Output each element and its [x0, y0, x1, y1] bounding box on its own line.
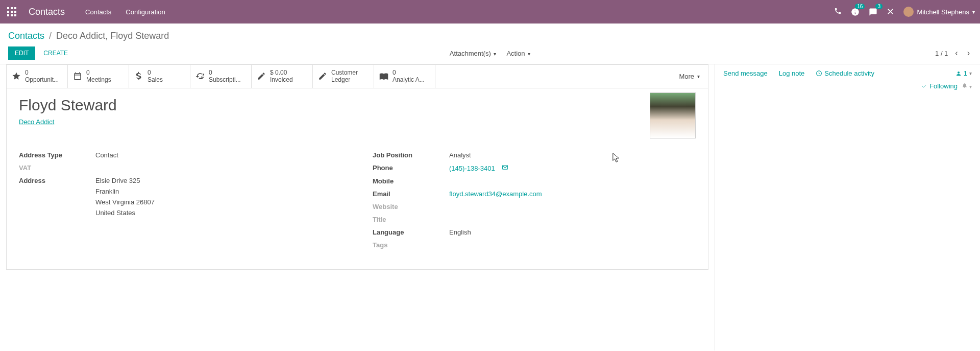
clock-icon — [816, 70, 822, 77]
log-note-button[interactable]: Log note — [779, 69, 805, 77]
caret-down-icon: ▾ — [972, 9, 975, 15]
svg-rect-3 — [7, 11, 9, 13]
breadcrumb: Contacts / Deco Addict, Floyd Steward — [8, 31, 972, 41]
job-position-label: Job Position — [373, 151, 449, 159]
phone-label: Phone — [373, 164, 449, 172]
schedule-activity-button[interactable]: Schedule activity — [816, 69, 874, 77]
stat-subscriptions[interactable]: 0Subscripti... — [190, 65, 252, 88]
svg-rect-6 — [7, 14, 9, 16]
svg-rect-1 — [11, 7, 13, 9]
followers-count[interactable]: 1 ▾ — [955, 69, 972, 77]
calendar-icon — [73, 72, 82, 81]
stat-meetings[interactable]: 0Meetings — [68, 65, 129, 88]
svg-rect-7 — [11, 14, 13, 16]
caret-down-icon: ▾ — [969, 71, 972, 76]
contact-name: Floyd Steward — [19, 97, 696, 114]
check-icon — [921, 84, 927, 89]
refresh-icon — [195, 72, 205, 81]
email-value[interactable]: floyd.steward34@example.com — [449, 190, 542, 198]
pencil-square-icon — [257, 72, 266, 81]
star-icon — [12, 72, 21, 81]
stat-analytic[interactable]: 0Analytic A... — [374, 65, 435, 88]
edit-icon — [318, 72, 327, 81]
phone-icon[interactable] — [834, 7, 842, 16]
action-dropdown[interactable]: Action ▾ — [506, 50, 530, 57]
nav-configuration[interactable]: Configuration — [126, 8, 165, 16]
messaging-badge: 3 — [875, 4, 883, 9]
email-label: Email — [373, 190, 449, 198]
job-position-value: Analyst — [449, 151, 471, 159]
pager-text: 1 / 1 — [935, 50, 948, 57]
attachments-dropdown[interactable]: Attachment(s) ▾ — [450, 50, 497, 57]
ledger-line2: Ledger — [331, 76, 358, 83]
breadcrumb-root[interactable]: Contacts — [8, 31, 44, 41]
user-menu[interactable]: Mitchell Stephens ▾ — [903, 7, 975, 17]
svg-rect-0 — [7, 7, 9, 9]
top-navbar: Contacts Contacts Configuration 16 3 ✕ M… — [0, 0, 980, 24]
address-type-label: Address Type — [19, 151, 95, 159]
book-icon — [379, 72, 388, 81]
stat-more-button[interactable]: More ▾ — [671, 65, 708, 88]
bell-icon — [962, 82, 968, 88]
stat-invoiced[interactable]: $ 0.00Invoiced — [252, 65, 313, 88]
nav-contacts[interactable]: Contacts — [85, 8, 111, 16]
stat-buttons-bar: 0Opportunit... 0Meetings 0Sales 0Subscri… — [7, 65, 708, 88]
form-view: 0Opportunit... 0Meetings 0Sales 0Subscri… — [0, 64, 715, 350]
sms-icon[interactable] — [502, 165, 508, 172]
following-button[interactable]: Following — [921, 82, 958, 90]
send-message-button[interactable]: Send message — [723, 69, 768, 77]
svg-rect-4 — [11, 11, 13, 13]
mobile-label: Mobile — [373, 177, 449, 185]
language-value: English — [449, 228, 471, 236]
svg-rect-5 — [14, 11, 16, 13]
svg-rect-2 — [14, 7, 16, 9]
address-type-value: Contact — [95, 151, 118, 159]
user-avatar-icon — [903, 7, 914, 17]
pager-prev-button[interactable]: ‹ — [953, 49, 960, 58]
stat-sales[interactable]: 0Sales — [129, 65, 190, 88]
notification-bell[interactable]: ▾ — [962, 82, 972, 90]
control-panel: Contacts / Deco Addict, Floyd Steward ED… — [0, 24, 980, 64]
dollar-icon — [134, 72, 143, 81]
ledger-line1: Customer — [331, 69, 358, 76]
stat-opportunities[interactable]: 0Opportunit... — [7, 65, 68, 88]
activity-icon[interactable]: 16 — [851, 8, 860, 16]
vat-label: VAT — [19, 164, 95, 172]
address-value: Elsie Drive 325 Franklin West Virginia 2… — [95, 177, 155, 217]
language-label: Language — [373, 228, 449, 236]
svg-rect-8 — [14, 14, 16, 16]
edit-button[interactable]: EDIT — [8, 46, 35, 60]
pager-next-button[interactable]: › — [965, 49, 972, 58]
person-icon — [955, 71, 962, 77]
website-label: Website — [373, 203, 449, 210]
breadcrumb-current: Deco Addict, Floyd Steward — [56, 31, 169, 41]
title-label: Title — [373, 216, 449, 223]
caret-down-icon: ▾ — [697, 74, 700, 79]
app-title: Contacts — [23, 7, 80, 17]
activity-badge: 16 — [855, 4, 865, 9]
nav-links: Contacts Configuration — [85, 8, 165, 16]
company-link[interactable]: Deco Addict — [19, 118, 54, 126]
user-name: Mitchell Stephens — [917, 8, 969, 16]
chatter-panel: Send message Log note Schedule activity … — [715, 64, 980, 350]
contact-avatar — [650, 92, 696, 138]
messaging-icon[interactable]: 3 — [869, 8, 877, 16]
close-icon[interactable]: ✕ — [887, 6, 894, 17]
create-button[interactable]: CREATE — [39, 47, 72, 59]
stat-customer-ledger[interactable]: CustomerLedger — [313, 65, 374, 88]
phone-value[interactable]: (145)-138-3401 — [449, 165, 495, 172]
address-label: Address — [19, 177, 95, 184]
apps-grid-icon[interactable] — [0, 7, 23, 16]
tags-label: Tags — [373, 241, 449, 249]
